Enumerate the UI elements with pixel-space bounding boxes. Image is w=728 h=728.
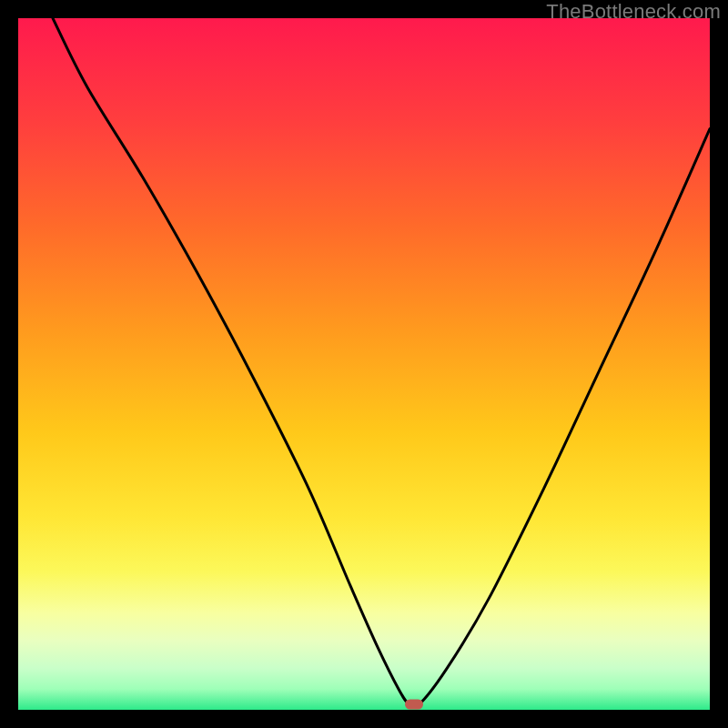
chart-stage: TheBottleneck.com [0, 0, 728, 728]
watermark-text: TheBottleneck.com [546, 0, 721, 24]
plot-area [18, 18, 710, 710]
bottleneck-curve [18, 18, 710, 710]
optimal-point-marker [405, 699, 423, 709]
